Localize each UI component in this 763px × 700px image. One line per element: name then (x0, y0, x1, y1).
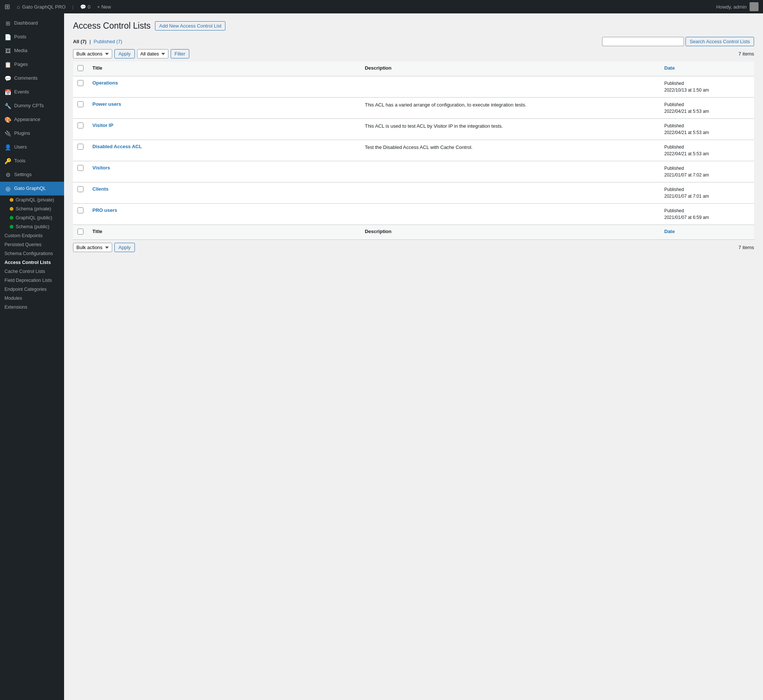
row-date: Published2022/04/21 at 5:53 am (664, 123, 709, 135)
new-link[interactable]: + New (97, 4, 111, 10)
row-checkbox[interactable] (77, 80, 83, 86)
sidebar-item-label: Pages (14, 61, 28, 68)
action-bar-bottom: Bulk actions Apply 7 items (73, 243, 754, 252)
sidebar: ⊞ Dashboard 📄 Posts 🖼 Media 📋 Pages 💬 Co… (0, 13, 64, 700)
sidebar-sub-label: GraphiQL (private) (16, 197, 54, 203)
dashboard-icon: ⊞ (5, 19, 11, 27)
table-row: PRO users Published2021/01/07 at 6:59 am (73, 204, 754, 225)
sidebar-item-dashboard[interactable]: ⊞ Dashboard (0, 16, 64, 30)
user-avatar[interactable] (750, 2, 758, 11)
row-title-link[interactable]: Clients (92, 186, 108, 192)
appearance-icon: 🎨 (5, 116, 11, 123)
site-name-label: Gato GraphQL PRO (22, 4, 66, 10)
comments-icon: 💬 (5, 75, 11, 82)
sidebar-item-users[interactable]: 👤 Users (0, 141, 64, 154)
apply-button-top[interactable]: Apply (114, 49, 135, 58)
sidebar-item-schema-private[interactable]: Schema (private) (0, 205, 64, 213)
sidebar-item-schema-configurations[interactable]: Schema Configurations (0, 249, 64, 258)
row-checkbox[interactable] (77, 165, 83, 171)
table-row: Operations Published2022/10/13 at 1:50 a… (73, 77, 754, 98)
footer-title-label: Title (92, 229, 102, 234)
sidebar-item-label: Tools (14, 158, 25, 164)
sidebar-item-modules[interactable]: Modules (0, 294, 64, 303)
table-body: Operations Published2022/10/13 at 1:50 a… (73, 77, 754, 225)
add-new-button[interactable]: Add New Access Control List (155, 21, 226, 31)
table-row: Visitor IP This ACL is used to test ACL … (73, 119, 754, 140)
select-all-checkbox[interactable] (77, 65, 83, 71)
page-title: Access Control Lists (73, 21, 150, 31)
comments-link[interactable]: 💬 0 (80, 4, 90, 10)
sidebar-item-access-control-lists[interactable]: Access Control Lists (0, 258, 64, 267)
action-bar-top: Bulk actions Apply All dates Filter 7 it… (73, 49, 754, 58)
sidebar-item-cache-control-lists[interactable]: Cache Control Lists (0, 267, 64, 276)
gato-graphql-icon: ◎ (5, 185, 11, 192)
bulk-actions-select-bottom[interactable]: Bulk actions (73, 243, 112, 252)
sidebar-item-field-deprecation-lists[interactable]: Field Deprecation Lists (0, 276, 64, 285)
site-name[interactable]: ⌂ Gato GraphQL PRO (17, 4, 66, 10)
row-date: Published2021/01/07 at 7:02 am (664, 166, 709, 178)
sidebar-item-schema-public[interactable]: Schema (public) (0, 222, 64, 231)
dates-select[interactable]: All dates (137, 49, 168, 58)
sidebar-item-plugins[interactable]: 🔌 Plugins (0, 127, 64, 141)
apply-button-bottom[interactable]: Apply (114, 243, 135, 252)
sidebar-sub-label: GraphiQL (public) (16, 215, 52, 220)
items-count-bottom: 7 items (738, 245, 754, 250)
sidebar-item-media[interactable]: 🖼 Media (0, 44, 64, 58)
row-checkbox[interactable] (77, 122, 83, 128)
settings-icon: ⚙ (5, 171, 11, 179)
row-description-cell: Test the Disabled Access ACL with Cache … (360, 140, 660, 161)
table-row: Clients Published2021/01/07 at 7:01 am (73, 183, 754, 204)
sidebar-item-endpoint-categories[interactable]: Endpoint Categories (0, 285, 64, 294)
row-checkbox[interactable] (77, 144, 83, 150)
sidebar-item-tools[interactable]: 🔑 Tools (0, 154, 64, 168)
sidebar-item-appearance[interactable]: 🎨 Appearance (0, 113, 64, 127)
view-link-published[interactable]: Published (7) (94, 39, 122, 44)
select-all-checkbox-bottom[interactable] (77, 229, 83, 234)
row-checkbox[interactable] (77, 101, 83, 107)
sidebar-item-label: Comments (14, 75, 38, 81)
view-link-sep: | (89, 39, 91, 44)
row-description-cell: This ACL is used to test ACL by Visitor … (360, 119, 660, 140)
sidebar-item-extensions[interactable]: Extensions (0, 303, 64, 312)
wp-logo-icon[interactable]: ⊞ (5, 3, 10, 11)
row-description-cell: This ACL has a varied arrange of configu… (360, 98, 660, 119)
sidebar-item-graphiql-public[interactable]: GraphiQL (public) (0, 213, 64, 222)
sidebar-item-gato-graphql[interactable]: ◎ Gato GraphQL (0, 182, 64, 195)
page-header: Access Control Lists Add New Access Cont… (73, 21, 754, 31)
row-title-link[interactable]: Disabled Access ACL (92, 144, 142, 149)
tf-date: Date (660, 225, 754, 240)
dummy-cpts-icon: 🔧 (5, 102, 11, 110)
table-header-row: Title Description Date (73, 61, 754, 77)
sidebar-item-posts[interactable]: 📄 Posts (0, 30, 64, 44)
footer-date-label: Date (664, 229, 675, 234)
row-title-cell: Visitor IP (88, 119, 360, 140)
green-dot-icon (10, 225, 13, 229)
row-date-cell: Published2022/04/21 at 5:53 am (660, 140, 754, 161)
row-title-link[interactable]: Visitor IP (92, 122, 113, 128)
filter-button[interactable]: Filter (171, 49, 190, 58)
sidebar-item-graphiql-private[interactable]: GraphiQL (private) (0, 195, 64, 205)
row-checkbox[interactable] (77, 208, 83, 213)
row-checkbox[interactable] (77, 186, 83, 192)
sidebar-item-comments[interactable]: 💬 Comments (0, 72, 64, 85)
search-button[interactable]: Search Access Control Lists (686, 37, 754, 46)
sidebar-item-pages[interactable]: 📋 Pages (0, 58, 64, 72)
row-title-link[interactable]: PRO users (92, 208, 117, 213)
sidebar-item-settings[interactable]: ⚙ Settings (0, 168, 64, 182)
tf-checkbox (73, 225, 88, 240)
bulk-actions-select-top[interactable]: Bulk actions (73, 49, 112, 58)
search-input[interactable] (602, 37, 684, 46)
sidebar-item-label: Plugins (14, 130, 30, 137)
row-title-link[interactable]: Power users (92, 101, 121, 107)
sidebar-item-events[interactable]: 📅 Events (0, 85, 64, 99)
row-title-link[interactable]: Visitors (92, 165, 110, 170)
sidebar-item-label: Events (14, 89, 29, 95)
view-links: All (7) | Published (7) (73, 39, 122, 44)
row-title-link[interactable]: Operations (92, 80, 118, 86)
sidebar-item-dummy-cpts[interactable]: 🔧 Dummy CPTs (0, 99, 64, 113)
sidebar-item-custom-endpoints[interactable]: Custom Endpoints (0, 231, 64, 240)
sidebar-item-persisted-queries[interactable]: Persisted Queries (0, 240, 64, 249)
view-link-all[interactable]: All (7) (73, 39, 86, 44)
topbar-separator: | (72, 4, 74, 10)
row-description: This ACL has a varied arrange of configu… (365, 102, 526, 108)
